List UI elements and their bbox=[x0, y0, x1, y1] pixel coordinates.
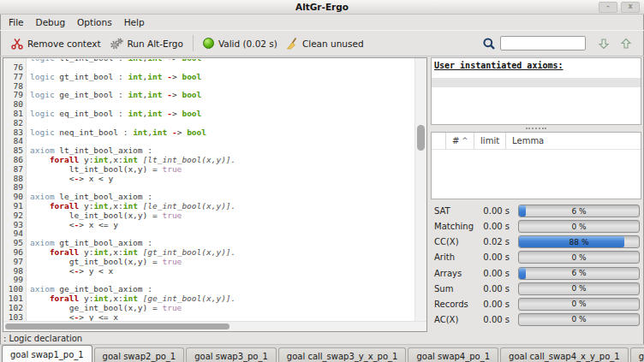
stat-label: Sum bbox=[434, 284, 479, 294]
menu-bar: FileDebugOptionsHelp bbox=[0, 15, 644, 30]
tab-goal-call_swap3_y_x_po_1[interactable]: goal call_swap3_y_x_po_1 bbox=[278, 347, 407, 362]
menu-item-file[interactable]: File bbox=[3, 15, 30, 29]
goal-tab-bar: goal swap1_po_1goal swap2_po_1goal swap3… bbox=[0, 344, 644, 362]
stat-row-ccx: CC(X)0.02 s88 % bbox=[434, 235, 640, 248]
instantiated-axioms-box[interactable]: User instantiated axioms: bbox=[431, 57, 641, 125]
tab-goal-swap2_po_1[interactable]: goal swap2_po_1 bbox=[94, 347, 185, 362]
search-input[interactable] bbox=[500, 36, 586, 50]
stat-progress-bar: 6 % bbox=[518, 205, 640, 217]
stat-percent-label: 0 % bbox=[519, 283, 639, 294]
search-icon bbox=[482, 37, 496, 50]
editor-vertical-scrollbar[interactable] bbox=[414, 58, 426, 321]
stat-progress-bar: 0 % bbox=[518, 220, 640, 233]
remove-context-label: Remove context bbox=[27, 39, 101, 49]
line-number: 82 bbox=[3, 119, 23, 128]
scissors-icon bbox=[11, 38, 23, 50]
axioms-selected-row[interactable] bbox=[432, 78, 641, 87]
code-line: <-> y <= x bbox=[30, 313, 414, 321]
stat-progress-bar: 0 % bbox=[518, 313, 640, 326]
stat-percent-label: 6 % bbox=[519, 268, 639, 279]
line-number: 102 bbox=[3, 304, 23, 313]
stat-label: Matching bbox=[434, 222, 479, 231]
code-line: <-> x <= y bbox=[30, 221, 414, 230]
code-line: logic eq_int_bool : int,int -> bool bbox=[30, 110, 414, 119]
remove-context-button[interactable]: Remove context bbox=[7, 35, 105, 52]
stat-time: 0.02 s bbox=[479, 237, 510, 246]
stat-percent-label: 0 % bbox=[519, 252, 639, 263]
main-area: 7677787980818283848586878889909192939495… bbox=[0, 56, 644, 332]
minimize-button[interactable]: - bbox=[599, 2, 617, 13]
altgr-ergo-window: { "window": {"title": "AltGr-Ergo", "min… bbox=[0, 0, 644, 362]
menu-item-help[interactable]: Help bbox=[118, 15, 151, 29]
stat-percent-label: 88 % bbox=[519, 236, 639, 247]
code-line: logic gt_int_bool : int,int -> bool bbox=[30, 73, 414, 82]
horizontal-scrollbar-thumb[interactable] bbox=[5, 323, 230, 329]
code-line: logic lt_int_bool : int,int -> bool bbox=[30, 59, 414, 63]
vertical-scrollbar-thumb[interactable] bbox=[417, 125, 425, 151]
line-number-gutter: 7677787980818283848586878889909192939495… bbox=[3, 58, 27, 321]
stat-row-arrays: Arrays0.00 s6 % bbox=[434, 267, 640, 280]
close-button[interactable]: x bbox=[621, 2, 640, 13]
stat-percent-label: 0 % bbox=[519, 299, 639, 310]
status-bar: : Logic declaration bbox=[0, 332, 644, 344]
code-line: <-> x < y bbox=[30, 175, 414, 184]
tab-goal-swap4_po_1[interactable]: goal swap4_po_1 bbox=[408, 347, 498, 362]
stat-label: Arith bbox=[434, 252, 479, 262]
toolbar: Remove context Run Alt-Ergo Valid (0.02 … bbox=[0, 30, 644, 56]
stat-time: 0.00 s bbox=[479, 315, 510, 324]
column-header-limit[interactable]: limit bbox=[474, 133, 505, 149]
clean-unused-button[interactable]: Clean unused bbox=[282, 35, 368, 52]
number-header-label: # bbox=[452, 136, 459, 145]
stat-row-sat: SAT0.00 s6 % bbox=[434, 205, 640, 217]
find-next-button[interactable] bbox=[593, 36, 615, 51]
code-line: <-> y < x bbox=[30, 267, 414, 276]
code-editor: 7677787980818283848586878889909192939495… bbox=[3, 57, 427, 332]
stat-time: 0.00 s bbox=[479, 269, 510, 278]
stat-time: 0.00 s bbox=[479, 206, 510, 216]
theory-stats-panel: SAT0.00 s6 %Matching0.00 s0 %CC(X)0.02 s… bbox=[431, 199, 641, 332]
stat-time: 0.00 s bbox=[479, 252, 510, 262]
menu-item-debug[interactable]: Debug bbox=[30, 15, 72, 29]
stat-label: CC(X) bbox=[434, 237, 479, 246]
run-alt-ergo-label: Run Alt-Ergo bbox=[128, 39, 183, 49]
column-header-number[interactable]: # ^ bbox=[445, 133, 474, 149]
valid-status-icon bbox=[203, 38, 214, 49]
stat-row-arith: Arith0.00 s0 % bbox=[434, 251, 640, 264]
arrow-down-icon bbox=[598, 38, 610, 50]
sort-ascending-icon: ^ bbox=[462, 137, 468, 145]
valid-status-label: Valid (0.02 s) bbox=[218, 39, 277, 49]
stat-time: 0.00 s bbox=[479, 222, 510, 231]
title-bar: AltGr-Ergo - x bbox=[0, 0, 644, 15]
code-line: logic neq_int_bool : int,int -> bool bbox=[30, 128, 414, 138]
tab-goal-call_swap4_y_x_po_1[interactable]: goal call_swap4_y_x_po_1 bbox=[630, 347, 644, 362]
find-previous-button[interactable] bbox=[615, 36, 637, 51]
validity-status: Valid (0.02 s) bbox=[199, 35, 282, 51]
stat-time: 0.00 s bbox=[479, 284, 510, 294]
line-number: 103 bbox=[3, 313, 23, 321]
column-header-lemma[interactable]: Lemma bbox=[505, 133, 641, 149]
stat-row-sum: Sum0.00 s0 % bbox=[434, 282, 640, 295]
line-number: 77 bbox=[3, 73, 23, 82]
line-number: 87 bbox=[3, 165, 23, 175]
menu-item-options[interactable]: Options bbox=[71, 15, 118, 29]
stat-percent-label: 0 % bbox=[519, 314, 639, 325]
line-number: 92 bbox=[3, 211, 23, 221]
tab-goal-swap1_po_1[interactable]: goal swap1_po_1 bbox=[2, 345, 92, 362]
stat-progress-bar: 0 % bbox=[518, 251, 640, 264]
tab-goal-swap3_po_1[interactable]: goal swap3_po_1 bbox=[186, 347, 277, 362]
tab-goal-call_swap4_x_y_po_1[interactable]: goal call_swap4_x_y_po_1 bbox=[500, 347, 629, 362]
status-text: : Logic declaration bbox=[3, 334, 82, 343]
panel-splitter[interactable] bbox=[431, 125, 641, 132]
clean-unused-label: Clean unused bbox=[302, 39, 364, 49]
code-text-area[interactable]: logic lt_int_bool : int,int -> boollogic… bbox=[27, 58, 414, 321]
stat-progress-bar: 88 % bbox=[518, 235, 640, 248]
gears-icon bbox=[110, 38, 123, 50]
stat-progress-bar: 6 % bbox=[518, 267, 640, 280]
arrow-up-icon bbox=[620, 38, 632, 50]
line-number bbox=[3, 59, 23, 63]
run-alt-ergo-button[interactable]: Run Alt-Ergo bbox=[105, 35, 188, 52]
limit-header-label: limit bbox=[480, 136, 499, 145]
stat-row-records: Records0.00 s0 % bbox=[434, 298, 640, 311]
editor-horizontal-scrollbar[interactable] bbox=[3, 321, 426, 331]
window-title: AltGr-Ergo bbox=[0, 2, 644, 12]
